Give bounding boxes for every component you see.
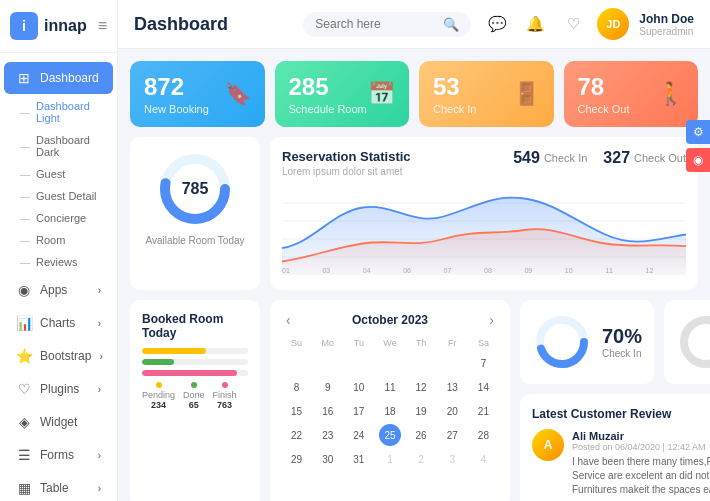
cal-day[interactable]: 3: [441, 448, 463, 470]
cal-day[interactable]: [379, 352, 401, 374]
checkin-label: Check In: [544, 152, 587, 164]
progress-pending: [142, 348, 248, 354]
sidebar-item-charts[interactable]: 📊 Charts ›: [4, 307, 113, 339]
sidebar-item-table[interactable]: ▦ Table ›: [4, 472, 113, 501]
charts-icon: 📊: [16, 315, 32, 331]
cal-day[interactable]: 29: [286, 448, 308, 470]
sidebar-item-widget[interactable]: ◈ Widget: [4, 406, 113, 438]
reviewer-text: I have been there many times,Rooms ,Food…: [572, 455, 710, 497]
cal-day[interactable]: 14: [472, 376, 494, 398]
cal-day[interactable]: 26: [410, 424, 432, 446]
svg-text:12: 12: [646, 268, 654, 275]
stat-card-schedule-room: 285 Schedule Room 📅: [275, 61, 410, 127]
cal-day[interactable]: [286, 352, 308, 374]
bell-icon[interactable]: 🔔: [521, 10, 549, 38]
header: Dashboard 🔍 💬 🔔 ♡ JD John Doe Superadmin: [118, 0, 710, 49]
sidebar-nav: ⊞ Dashboard Dashboard Light Dashboard Da…: [0, 53, 117, 501]
checkin-info: 70% Check In: [602, 325, 642, 359]
progress-legend: Pending 234 Done 65 Finish: [142, 382, 248, 410]
cal-day[interactable]: 11: [379, 376, 401, 398]
cal-day[interactable]: [348, 352, 370, 374]
color-edge-button[interactable]: ◉: [686, 148, 710, 172]
cal-day[interactable]: 31: [348, 448, 370, 470]
sidebar-item-label: Charts: [40, 316, 75, 330]
sub-item-dashboard-dark[interactable]: Dashboard Dark: [0, 129, 117, 163]
available-room-number: 785: [182, 180, 209, 198]
widget-icon: ◈: [16, 414, 32, 430]
cal-day[interactable]: 12: [410, 376, 432, 398]
cal-day[interactable]: 2: [410, 448, 432, 470]
cal-day[interactable]: 13: [441, 376, 463, 398]
heart-icon[interactable]: ♡: [559, 10, 587, 38]
cal-day[interactable]: 9: [317, 376, 339, 398]
checkout-stat: 327 Check Out: [603, 149, 686, 167]
stat-number: 285: [289, 73, 367, 101]
reservation-chart: Reservation Statistic Lorem ipsum dolor …: [270, 137, 698, 290]
cal-day[interactable]: 8: [286, 376, 308, 398]
sidebar-item-forms[interactable]: ☰ Forms ›: [4, 439, 113, 471]
cal-day[interactable]: 30: [317, 448, 339, 470]
sub-item-guest[interactable]: Guest: [0, 163, 117, 185]
chevron-right-icon: ›: [98, 483, 101, 494]
apps-icon: ◉: [16, 282, 32, 298]
sidebar-item-plugins[interactable]: ♡ Plugins ›: [4, 373, 113, 405]
chevron-right-icon: ›: [99, 351, 102, 362]
cal-day[interactable]: 28: [472, 424, 494, 446]
settings-edge-button[interactable]: ⚙: [686, 120, 710, 144]
cal-day[interactable]: 23: [317, 424, 339, 446]
reviews-header: Latest Customer Review ⋮: [532, 406, 710, 421]
stats-row: 872 New Booking 🔖 285 Schedule Room 📅: [130, 61, 698, 127]
message-icon[interactable]: 💬: [483, 10, 511, 38]
header-icons: 💬 🔔 ♡ JD John Doe Superadmin: [483, 8, 694, 40]
checkin-count: 549: [513, 149, 540, 167]
calendar-prev-button[interactable]: ‹: [282, 312, 295, 328]
cal-day[interactable]: 15: [286, 400, 308, 422]
review-item: A Ali Muzair ★★★★☆ Posted on 06/04/2020 …: [532, 429, 710, 497]
sub-item-label: Room: [36, 234, 65, 246]
donut-text: 785: [182, 180, 209, 198]
sub-item-room[interactable]: Room: [0, 229, 117, 251]
cal-day[interactable]: [317, 352, 339, 374]
sidebar-item-bootstrap[interactable]: ⭐ Bootstrap ›: [4, 340, 113, 372]
cal-day[interactable]: 24: [348, 424, 370, 446]
calendar-icon: 📅: [368, 81, 395, 107]
sub-item-concierge[interactable]: Concierge: [0, 207, 117, 229]
cal-day[interactable]: 16: [317, 400, 339, 422]
sub-item-guest-detail[interactable]: Guest Detail: [0, 185, 117, 207]
legend-pending: Pending 234: [142, 382, 175, 410]
cal-day[interactable]: 17: [348, 400, 370, 422]
cal-day[interactable]: 18: [379, 400, 401, 422]
search-icon[interactable]: 🔍: [443, 17, 459, 32]
cal-day[interactable]: 27: [441, 424, 463, 446]
available-room-card: 785 Available Room Today: [130, 137, 260, 290]
cal-header-su: Su: [282, 336, 311, 350]
cal-day[interactable]: 19: [410, 400, 432, 422]
stat-card-new-booking: 872 New Booking 🔖: [130, 61, 265, 127]
logo-icon: i: [10, 12, 38, 40]
search-input[interactable]: [315, 17, 435, 31]
cal-day[interactable]: 1: [379, 448, 401, 470]
chart-subtitle: Lorem ipsum dolor sit amet: [282, 166, 411, 177]
booked-room-card: Booked Room Today: [130, 300, 260, 501]
calendar-next-button[interactable]: ›: [485, 312, 498, 328]
cal-day[interactable]: 7: [472, 352, 494, 374]
chart-stats: 549 Check In 327 Check Out: [513, 149, 686, 167]
sidebar-item-label: Table: [40, 481, 69, 495]
cal-day[interactable]: 20: [441, 400, 463, 422]
sidebar-item-apps[interactable]: ◉ Apps ›: [4, 274, 113, 306]
cal-day[interactable]: 22: [286, 424, 308, 446]
cal-day[interactable]: 10: [348, 376, 370, 398]
sub-item-dashboard-light[interactable]: Dashboard Light: [0, 95, 117, 129]
svg-point-18: [684, 320, 710, 364]
hamburger-icon[interactable]: ≡: [98, 17, 107, 35]
svg-text:04: 04: [363, 268, 371, 275]
cal-day[interactable]: 21: [472, 400, 494, 422]
cal-day[interactable]: [410, 352, 432, 374]
cal-day[interactable]: [441, 352, 463, 374]
cal-day[interactable]: 4: [472, 448, 494, 470]
sub-item-reviews[interactable]: Reviews: [0, 251, 117, 273]
chart-header: Reservation Statistic Lorem ipsum dolor …: [282, 149, 686, 177]
stat-number: 53: [433, 73, 476, 101]
cal-day-today[interactable]: 25: [379, 424, 401, 446]
sidebar-item-dashboard[interactable]: ⊞ Dashboard: [4, 62, 113, 94]
